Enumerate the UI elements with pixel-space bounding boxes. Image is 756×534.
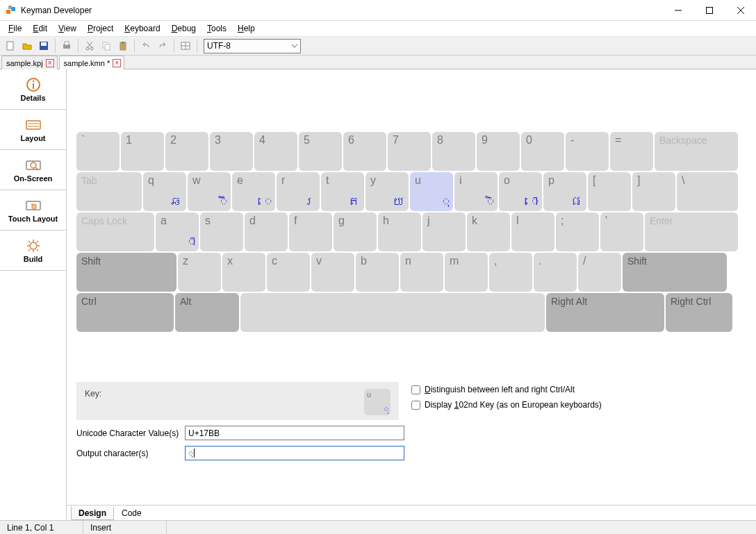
key-'[interactable]: ' — [600, 212, 643, 251]
key-v[interactable]: v — [311, 253, 354, 292]
encoding-select[interactable]: UTF-8 — [204, 39, 301, 53]
key-5[interactable]: 5 — [299, 132, 342, 171]
key-=[interactable]: = — [610, 132, 653, 171]
key-c[interactable]: c — [267, 253, 310, 292]
file-tab[interactable]: sample.kmn *× — [59, 56, 125, 69]
key--[interactable]: - — [566, 132, 609, 171]
key-b[interactable]: b — [356, 253, 399, 292]
unicode-value-input[interactable] — [185, 426, 404, 440]
undo-button[interactable] — [138, 38, 154, 53]
distinguish-checkbox[interactable]: Distinguish between left and right Ctrl/… — [411, 385, 602, 394]
key-4[interactable]: 4 — [254, 132, 297, 171]
print-button[interactable] — [59, 38, 74, 53]
sidebar-touch-layout[interactable]: Touch Layout — [0, 190, 66, 231]
key-r[interactable]: rរ — [277, 172, 320, 211]
key-shift[interactable]: Shift — [623, 253, 727, 292]
menu-tools[interactable]: Tools — [202, 22, 232, 35]
key-q[interactable]: qឆ — [143, 172, 186, 211]
key-space[interactable] — [240, 293, 545, 332]
key-enter[interactable]: Enter — [645, 212, 738, 251]
menu-edit[interactable]: Edit — [27, 22, 53, 35]
key-m[interactable]: m — [445, 253, 488, 292]
cut-button[interactable] — [82, 38, 97, 53]
key-1[interactable]: 1 — [121, 132, 164, 171]
view-tab-code[interactable]: Code — [114, 506, 149, 520]
key-s[interactable]: s — [200, 212, 243, 251]
paste-button[interactable] — [115, 38, 131, 53]
key-f[interactable]: f — [289, 212, 332, 251]
key-x[interactable]: x — [222, 253, 265, 292]
key-right-alt[interactable]: Right Alt — [546, 293, 664, 332]
sidebar-on-screen[interactable]: On-Screen — [0, 150, 66, 190]
menu-debug[interactable]: Debug — [166, 22, 202, 35]
sidebar-layout[interactable]: Layout — [0, 110, 66, 150]
close-button[interactable] — [725, 0, 756, 20]
key-ctrl[interactable]: Ctrl — [76, 293, 174, 332]
sidebar-build[interactable]: Build — [0, 231, 66, 271]
key-.[interactable]: . — [534, 253, 577, 292]
display-102nd-checkbox[interactable]: Display 102nd Key (as on European keyboa… — [411, 400, 602, 410]
file-tab[interactable]: sample.kpj× — [1, 56, 58, 69]
menu-keyboard[interactable]: Keyboard — [119, 22, 165, 35]
key-\[interactable]: \ — [677, 172, 738, 211]
touch-layout-icon — [25, 198, 42, 213]
key-e[interactable]: eេ — [232, 172, 275, 211]
key-l[interactable]: l — [511, 212, 554, 251]
key-k[interactable]: k — [467, 212, 510, 251]
close-tab-icon[interactable]: × — [46, 59, 54, 67]
close-tab-icon[interactable]: × — [113, 59, 121, 67]
svg-line-41 — [28, 249, 30, 251]
key-][interactable]: ] — [632, 172, 675, 211]
key-shift[interactable]: Shift — [76, 253, 176, 292]
maximize-button[interactable] — [693, 0, 725, 20]
window-title: Keyman Developer — [21, 6, 92, 15]
key-o[interactable]: oោ — [499, 172, 542, 211]
charmap-button[interactable] — [178, 38, 193, 53]
open-file-button[interactable] — [19, 38, 35, 53]
key-a[interactable]: aា — [156, 212, 199, 251]
key-,[interactable]: , — [489, 253, 532, 292]
menu-project[interactable]: Project — [82, 22, 119, 35]
key-t[interactable]: tត — [321, 172, 364, 211]
key-caps-lock[interactable]: Caps Lock — [76, 212, 154, 251]
key-backspace[interactable]: Backspace — [655, 132, 738, 171]
redo-button[interactable] — [155, 38, 170, 53]
sidebar-details[interactable]: Details — [0, 69, 66, 110]
key-6[interactable]: 6 — [343, 132, 386, 171]
key-d[interactable]: d — [245, 212, 288, 251]
key-w[interactable]: wឹ — [188, 172, 231, 211]
key-p[interactable]: pផ — [543, 172, 586, 211]
menu-file[interactable]: File — [3, 22, 27, 35]
copy-button[interactable] — [99, 38, 114, 53]
menu-help[interactable]: Help — [232, 22, 261, 35]
key-9[interactable]: 9 — [477, 132, 520, 171]
key-7[interactable]: 7 — [388, 132, 431, 171]
output-char-input[interactable]: ុ — [185, 446, 404, 460]
key-alt[interactable]: Alt — [175, 293, 239, 332]
key-2[interactable]: 2 — [165, 132, 208, 171]
key-`[interactable]: ` — [76, 132, 120, 171]
key-y[interactable]: yយ — [365, 172, 409, 211]
key-i[interactable]: iិ — [454, 172, 498, 211]
new-file-button[interactable] — [3, 38, 18, 53]
key-8[interactable]: 8 — [432, 132, 475, 171]
key-[[interactable]: [ — [588, 172, 631, 211]
key-g[interactable]: g — [334, 212, 377, 251]
key-u[interactable]: uុ — [410, 172, 453, 211]
key-h[interactable]: h — [378, 212, 421, 251]
save-button[interactable] — [36, 38, 51, 53]
key-/[interactable]: / — [578, 253, 621, 292]
key-tab[interactable]: Tab — [76, 172, 142, 211]
svg-rect-19 — [122, 42, 124, 44]
key-3[interactable]: 3 — [210, 132, 253, 171]
key-n[interactable]: n — [400, 253, 443, 292]
key-0[interactable]: 0 — [521, 132, 564, 171]
menu-view[interactable]: View — [53, 22, 82, 35]
key-j[interactable]: j — [422, 212, 466, 251]
key-right-ctrl[interactable]: Right Ctrl — [666, 293, 732, 332]
minimize-button[interactable] — [662, 0, 693, 20]
view-tab-design[interactable]: Design — [71, 506, 114, 520]
key-z[interactable]: z — [178, 253, 221, 292]
key-;[interactable]: ; — [556, 212, 599, 251]
selected-key-preview[interactable]: u ុ — [364, 389, 391, 415]
